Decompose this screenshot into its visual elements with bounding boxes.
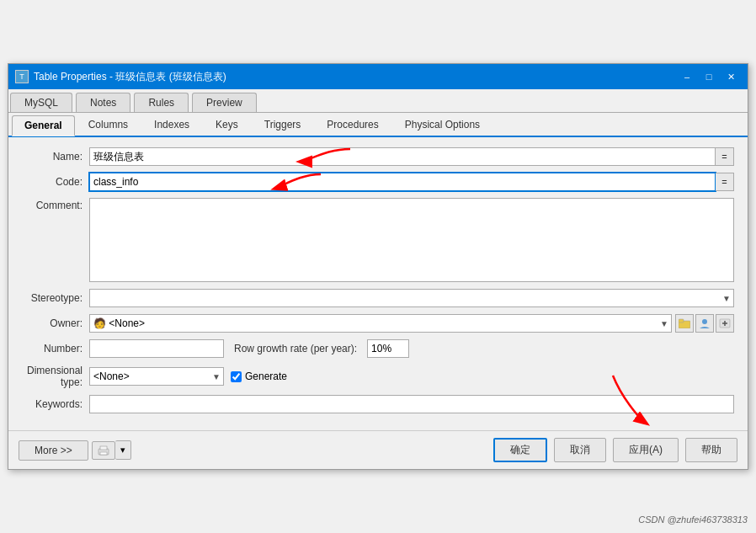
title-bar: T Table Properties - 班级信息表 (班级信息表) – □ ✕ <box>8 64 748 89</box>
tab-keys[interactable]: Keys <box>203 115 251 136</box>
tab-triggers[interactable]: Triggers <box>252 115 314 136</box>
code-input[interactable] <box>89 173 716 191</box>
tab-rules[interactable]: Rules <box>134 93 189 112</box>
owner-label: Owner: <box>22 317 89 329</box>
printer-icon <box>98 445 109 456</box>
stereotype-select-wrapper: ▼ <box>89 289 734 307</box>
print-button[interactable] <box>92 441 115 460</box>
apply-button[interactable]: 应用(A) <box>613 438 679 462</box>
tab-row-2: General Columns Indexes Keys Triggers Pr… <box>8 113 748 137</box>
growth-rate-input[interactable] <box>367 339 409 358</box>
dimensional-select-wrapper: <None> ▼ <box>89 367 224 386</box>
tab-general[interactable]: General <box>12 115 75 136</box>
dimensional-select[interactable]: <None> <box>89 367 224 386</box>
name-label: Name: <box>22 151 89 163</box>
bottom-bar: More >> ▾ 确定 取消 应用(A) 帮助 <box>8 430 748 469</box>
name-equals-button[interactable]: = <box>716 147 734 166</box>
red-arrow-code <box>190 168 325 201</box>
window-title: Table Properties - 班级信息表 (班级信息表) <box>34 70 226 84</box>
generate-checkbox-label[interactable]: Generate <box>231 370 287 382</box>
dialog-buttons: 确定 取消 应用(A) 帮助 <box>493 438 737 462</box>
code-equals-button[interactable]: = <box>716 173 734 191</box>
owner-row: Owner: 🧑 <None> ▼ <box>22 314 734 333</box>
owner-properties-button[interactable] <box>695 314 714 333</box>
new-icon <box>719 318 731 328</box>
tab-physical-options[interactable]: Physical Options <box>392 115 492 136</box>
more-button[interactable]: More >> <box>19 440 88 461</box>
title-bar-left: T Table Properties - 班级信息表 (班级信息表) <box>15 70 226 84</box>
code-label: Code: <box>22 176 89 188</box>
main-window: T Table Properties - 班级信息表 (班级信息表) – □ ✕… <box>8 63 748 470</box>
tab-preview[interactable]: Preview <box>192 93 257 112</box>
owner-select-wrapper: 🧑 <None> ▼ <box>89 314 672 333</box>
number-label: Number: <box>22 343 89 354</box>
title-bar-controls: – □ ✕ <box>677 68 741 85</box>
number-input[interactable] <box>89 339 224 358</box>
owner-select[interactable]: 🧑 <None> <box>89 314 672 333</box>
comment-label: Comment: <box>22 198 89 211</box>
tab-row-1: MySQL Notes Rules Preview <box>8 89 748 113</box>
dimensional-label: Dimensional type: <box>22 365 89 388</box>
svg-rect-7 <box>100 446 107 450</box>
person-icon <box>699 318 711 328</box>
minimize-button[interactable]: – <box>677 68 697 85</box>
bottom-left-controls: More >> ▾ <box>19 440 131 461</box>
comment-row: Comment: <box>22 198 734 282</box>
print-controls: ▾ <box>92 440 131 460</box>
growth-rate-label: Row growth rate (per year): <box>234 343 357 354</box>
stereotype-select[interactable] <box>89 289 734 307</box>
ok-button[interactable]: 确定 <box>493 438 547 462</box>
watermark: CSDN @zhufei463738313 <box>638 514 748 525</box>
cancel-button[interactable]: 取消 <box>554 438 606 462</box>
help-button[interactable]: 帮助 <box>685 438 737 462</box>
tab-mysql[interactable]: MySQL <box>10 93 72 112</box>
number-row: Number: Row growth rate (per year): <box>22 339 734 358</box>
comment-textarea[interactable] <box>89 198 734 282</box>
code-row: Code: = <box>22 173 734 191</box>
generate-label-text: Generate <box>245 370 287 382</box>
tab-procedures[interactable]: Procedures <box>314 115 391 136</box>
app-icon: T <box>15 70 29 83</box>
svg-rect-8 <box>100 452 107 455</box>
print-dropdown-button[interactable]: ▾ <box>115 440 131 460</box>
name-input[interactable] <box>89 147 716 166</box>
number-fields: Row growth rate (per year): <box>89 339 734 358</box>
svg-point-2 <box>702 319 707 324</box>
tab-indexes[interactable]: Indexes <box>141 115 202 136</box>
red-arrow-apply <box>579 371 680 430</box>
tab-notes[interactable]: Notes <box>76 93 130 112</box>
keywords-label: Keywords: <box>22 398 89 410</box>
svg-rect-1 <box>679 319 684 322</box>
owner-new-button[interactable] <box>716 314 734 333</box>
folder-icon <box>679 318 690 328</box>
stereotype-label: Stereotype: <box>22 292 89 304</box>
tab-columns[interactable]: Columns <box>76 115 141 136</box>
owner-browse-button[interactable] <box>675 314 694 333</box>
generate-checkbox[interactable] <box>231 371 242 382</box>
name-row: Name: = <box>22 147 734 166</box>
maximize-button[interactable]: □ <box>699 68 719 85</box>
stereotype-row: Stereotype: ▼ <box>22 289 734 307</box>
close-button[interactable]: ✕ <box>721 68 741 85</box>
